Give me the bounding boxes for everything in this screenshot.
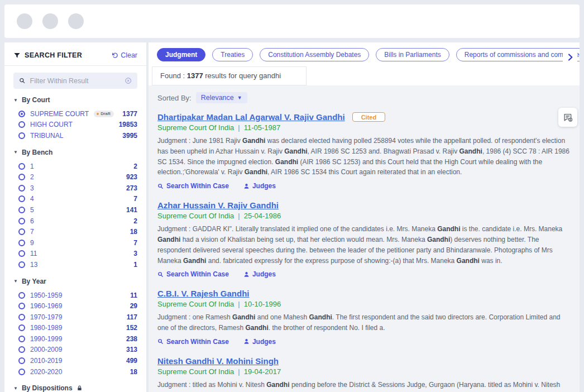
result-title-row: Nitesh Gandhi V. Mohini Singh (157, 356, 569, 366)
result-title-link[interactable]: Azhar Hussain V. Rajiv Gandhi (157, 200, 279, 210)
tab-bills-in-parliaments[interactable]: Bills in Parliaments (376, 48, 449, 61)
separator: | (238, 212, 240, 220)
draft-badge: Draft (94, 111, 114, 117)
result-title-link[interactable]: Dhartipakar Madan Lal Agarwal V. Rajiv G… (157, 112, 345, 122)
filter-option-1[interactable]: 12 (13, 161, 137, 172)
radio-icon[interactable] (18, 163, 25, 170)
tab-judgment[interactable]: Judgment (157, 48, 205, 61)
filter-section-header-by-court[interactable]: ▼By Court (13, 96, 137, 104)
radio-icon[interactable] (18, 250, 25, 257)
filter-option-4[interactable]: 47 (13, 194, 137, 205)
search-within-case-label: Search Within Case (166, 338, 229, 346)
radio-icon[interactable] (18, 314, 25, 321)
filter-option-13[interactable]: 131 (13, 259, 137, 270)
judges-person-icon (243, 183, 250, 189)
filter-option-6[interactable]: 62 (13, 216, 137, 227)
result-title-link[interactable]: Nitesh Gandhi V. Mohini Singh (157, 356, 279, 366)
search-within-case-link[interactable]: Search Within Case (157, 270, 229, 278)
filter-option-count: 11 (130, 291, 137, 299)
filter-option-2010-2019[interactable]: 2010-2019499 (13, 355, 137, 366)
sidebar-filter-sections: ▼By CourtSUPREME COURTDraft1377HIGH COUR… (4, 96, 146, 392)
collapse-triangle-icon: ▼ (13, 150, 18, 155)
filter-option-supreme-court[interactable]: SUPREME COURTDraft1377 (13, 108, 137, 119)
filter-option-7[interactable]: 718 (13, 226, 137, 237)
filter-option-1950-1959[interactable]: 1950-195911 (13, 290, 137, 301)
radio-icon[interactable] (18, 303, 25, 309)
radio-icon[interactable] (18, 185, 25, 192)
radio-icon[interactable] (18, 261, 25, 268)
filter-option-1980-1989[interactable]: 1980-1989152 (13, 323, 137, 334)
radio-icon[interactable] (18, 111, 25, 117)
result-title-link[interactable]: C.B.I. V. Rajesh Gandhi (157, 289, 250, 298)
reset-icon (112, 52, 118, 59)
radio-icon[interactable] (18, 240, 25, 246)
filter-option-label: 2010-2019 (30, 357, 62, 365)
search-within-case-label: Search Within Case (166, 270, 229, 278)
clear-input-icon[interactable] (125, 77, 132, 85)
filter-option-label: 1 (30, 162, 34, 170)
judges-person-icon (243, 271, 250, 278)
filter-option-high-court[interactable]: HIGH COURT19853 (13, 119, 137, 131)
filter-option-9[interactable]: 97 (13, 237, 137, 248)
tab-treaties[interactable]: Treaties (212, 48, 253, 61)
filter-option-3[interactable]: 3273 (13, 183, 137, 194)
tab-constitution-assembly-debates[interactable]: Constitution Assembly Debates (260, 48, 369, 61)
filter-option-count: 313 (126, 346, 137, 353)
filter-section-header-by-bench[interactable]: ▼By Bench (13, 149, 137, 156)
filter-option-label: 6 (30, 217, 34, 225)
filter-option-2020-2020[interactable]: 2020-202018 (13, 366, 137, 377)
draft-dot-icon (97, 113, 99, 115)
sorted-by-label: Sorted By: (157, 94, 192, 102)
filter-section-header-by-year[interactable]: ▼By Year (13, 278, 137, 285)
result-item: Azhar Hussain V. Rajiv GandhiSupreme Cou… (157, 200, 569, 278)
radio-icon[interactable] (18, 207, 25, 213)
radio-icon[interactable] (18, 121, 25, 128)
judges-link[interactable]: Judges (243, 338, 276, 346)
feedback-floating-button[interactable] (558, 108, 577, 127)
filter-option-2000-2009[interactable]: 2000-2009313 (13, 345, 137, 356)
radio-icon[interactable] (18, 357, 25, 364)
radio-icon[interactable] (18, 195, 25, 202)
filter-option-label: 3 (30, 184, 34, 192)
radio-icon[interactable] (18, 336, 25, 342)
filter-within-result-input[interactable] (30, 77, 120, 85)
radio-icon[interactable] (18, 174, 25, 180)
radio-icon[interactable] (18, 218, 25, 224)
court-name: Supreme Court Of India (157, 300, 234, 308)
result-court-line: Supreme Court Of India|25-04-1986 (157, 212, 569, 220)
filter-option-count: 3 (133, 250, 137, 257)
filter-option-1970-1979[interactable]: 1970-1979117 (13, 312, 137, 323)
tab-reports-of-commissions-and-comimittees[interactable]: Reports of commissions and comimittees (456, 48, 580, 61)
filter-option-2[interactable]: 2923 (13, 171, 137, 183)
search-within-case-link[interactable]: Search Within Case (157, 182, 229, 190)
filter-option-count: 499 (126, 357, 137, 365)
radio-icon[interactable] (18, 228, 25, 235)
filter-within-result-field[interactable] (13, 73, 137, 89)
result-excerpt: Judgment : GADDAR KI". Literally transla… (157, 224, 569, 266)
filter-option-11[interactable]: 113 (13, 248, 137, 260)
clear-filters-button[interactable]: Clear (112, 51, 137, 59)
radio-icon[interactable] (18, 292, 25, 299)
tabs-scroll-right-button[interactable] (563, 50, 577, 64)
radio-icon[interactable] (18, 324, 25, 331)
filter-funnel-icon (13, 52, 21, 59)
filter-section-header-by-dispositions[interactable]: ▼By Dispositions (13, 384, 137, 392)
judges-link[interactable]: Judges (243, 270, 276, 278)
filter-option-1990-1999[interactable]: 1990-1999238 (13, 333, 137, 345)
radio-icon[interactable] (18, 369, 25, 375)
sort-dropdown[interactable]: Relevance ▼ (196, 92, 247, 103)
filter-option-tribunal[interactable]: TRIBUNAL3995 (13, 130, 137, 141)
result-excerpt: Judgment : titled as Mohini v. Nitesh Ga… (157, 380, 569, 392)
judges-link[interactable]: Judges (243, 182, 276, 190)
collapse-triangle-icon: ▼ (13, 98, 18, 103)
filter-option-label: 5 (30, 206, 34, 214)
search-within-case-link[interactable]: Search Within Case (157, 338, 229, 346)
separator: | (238, 367, 240, 376)
radio-icon[interactable] (18, 346, 25, 353)
filter-option-5[interactable]: 5141 (13, 204, 137, 216)
filter-option-count: 7 (133, 239, 137, 247)
filter-option-1960-1969[interactable]: 1960-196929 (13, 300, 137, 312)
logo-placeholder-circle-3 (68, 13, 84, 29)
found-count: 1377 (187, 71, 203, 80)
radio-icon[interactable] (18, 132, 25, 139)
